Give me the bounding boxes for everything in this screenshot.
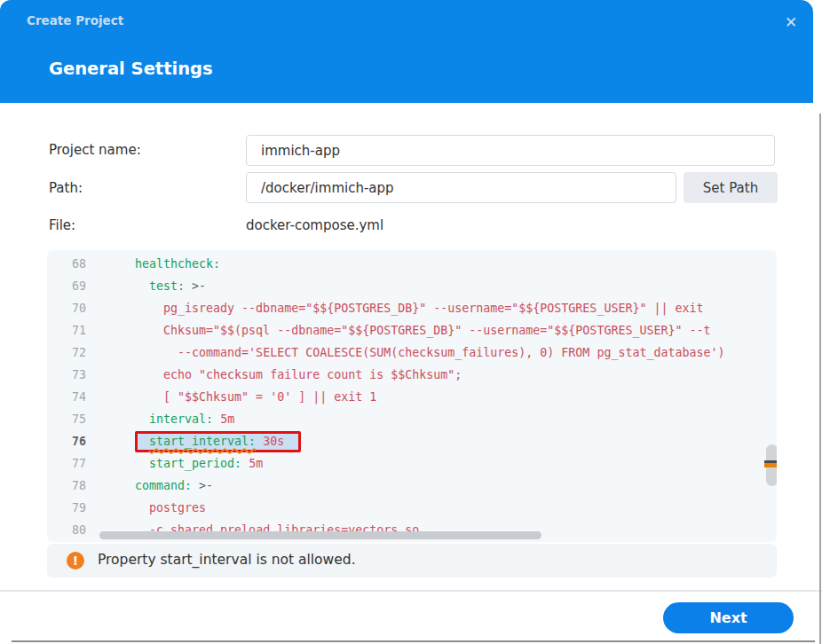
code-line: 77 start_period: 5m — [47, 452, 777, 475]
line-content: start_period: 5m — [107, 452, 263, 475]
warning-icon: ! — [67, 552, 84, 569]
error-highlight-box: start_interval: 30s — [135, 431, 301, 452]
line-number: 74 — [47, 386, 86, 408]
line-number: 73 — [47, 364, 86, 386]
line-number: 68 — [47, 253, 86, 275]
line-number: 78 — [47, 475, 86, 497]
code-token: postgres — [149, 501, 206, 514]
line-number: 77 — [47, 452, 86, 475]
code-token: [ "$$Chksum" = '0' ] || exit 1 — [163, 390, 376, 404]
line-content: test: >- — [107, 275, 206, 297]
set-path-button[interactable]: Set Path — [684, 172, 778, 203]
close-icon[interactable]: ✕ — [779, 11, 802, 34]
code-line: 75 interval: 5m — [47, 408, 777, 430]
code-token — [256, 435, 263, 448]
code-line: 70 pg_isready --dbname="$${POSTGRES_DB}"… — [47, 297, 777, 319]
code-line: 76 start_interval: 30s — [47, 430, 777, 452]
code-token: healthcheck: — [135, 257, 220, 271]
code-line: 71 Chksum="$$(psql --dbname="$${POSTGRES… — [47, 319, 777, 342]
line-number: 71 — [47, 319, 86, 342]
background-window-right-edge — [819, 114, 821, 644]
line-content: pg_isready --dbname="$${POSTGRES_DB}" --… — [107, 297, 703, 319]
footer-divider — [0, 590, 822, 592]
warning-message: Property start_interval is not allowed. — [98, 552, 356, 568]
path-label: Path: — [49, 180, 83, 196]
code-token: test: — [149, 279, 185, 293]
path-input[interactable] — [246, 172, 676, 203]
line-content: start_interval: 30s — [107, 430, 301, 452]
code-line: 74 [ "$$Chksum" = '0' ] || exit 1 — [47, 386, 777, 408]
code-token: 5m — [249, 457, 263, 470]
code-line: 73 echo "checksum failure count is $$Chk… — [47, 364, 777, 386]
horizontal-scrollbar[interactable] — [99, 531, 541, 539]
background-window-bottom-edge — [12, 640, 815, 642]
code-lines: 68 healthcheck:69 test: >-70 pg_isready … — [47, 253, 777, 541]
line-number: 70 — [47, 297, 86, 319]
validation-warning-bar: ! Property start_interval is not allowed… — [47, 544, 777, 577]
dialog-header: Create Project ✕ General Settings — [0, 0, 813, 103]
code-token: Chksum="$$(psql --dbname="$${POSTGRES_DB… — [163, 324, 710, 337]
yaml-code-editor[interactable]: 68 healthcheck:69 test: >-70 pg_isready … — [47, 250, 777, 542]
code-line: 79 postgres — [47, 497, 777, 519]
line-content: Chksum="$$(psql --dbname="$${POSTGRES_DB… — [107, 319, 710, 342]
line-content: interval: 5m — [107, 408, 234, 430]
warning-ruler-mark — [764, 463, 777, 467]
line-number: 76 — [47, 430, 86, 452]
page-title: General Settings — [49, 59, 213, 79]
line-content: --command='SELECT COALESCE(SUM(checksum_… — [107, 342, 724, 364]
code-line: 69 test: >- — [47, 275, 777, 297]
dialog-title: Create Project — [27, 13, 123, 27]
code-token — [213, 412, 220, 426]
line-content: [ "$$Chksum" = '0' ] || exit 1 — [107, 386, 376, 408]
code-token: start_interval: — [149, 435, 256, 448]
line-number: 75 — [47, 408, 86, 430]
project-name-label: Project name: — [49, 142, 141, 158]
code-token: pg_isready --dbname="$${POSTGRES_DB}" --… — [163, 302, 703, 315]
project-name-input[interactable] — [246, 135, 775, 166]
line-content: command: >- — [107, 475, 213, 497]
code-line: 72 --command='SELECT COALESCE(SUM(checks… — [47, 342, 777, 364]
code-token: 5m — [220, 412, 234, 426]
code-token: >- — [192, 479, 213, 492]
next-button[interactable]: Next — [663, 602, 794, 633]
code-token: --command='SELECT COALESCE(SUM(checksum_… — [178, 346, 724, 359]
line-number: 69 — [47, 275, 86, 297]
line-content: echo "checksum failure count is $$Chksum… — [107, 364, 462, 386]
code-token: start_period: — [149, 457, 241, 470]
code-token: interval: — [149, 412, 213, 426]
code-token: 30s — [263, 435, 284, 448]
code-token: command: — [135, 479, 192, 492]
line-number: 80 — [47, 519, 86, 541]
code-token: >- — [185, 279, 206, 293]
line-content: postgres — [107, 497, 206, 519]
line-number: 72 — [47, 342, 86, 364]
line-number: 79 — [47, 497, 86, 519]
file-label: File: — [49, 217, 75, 233]
file-value: docker-compose.yml — [246, 217, 383, 233]
code-line: 68 healthcheck: — [47, 253, 777, 275]
code-token: echo "checksum failure count is $$Chksum… — [163, 368, 462, 381]
code-line: 78 command: >- — [47, 475, 777, 497]
line-content: healthcheck: — [107, 253, 220, 275]
code-token — [241, 457, 249, 470]
create-project-dialog: Create Project ✕ General Settings Projec… — [0, 0, 822, 644]
